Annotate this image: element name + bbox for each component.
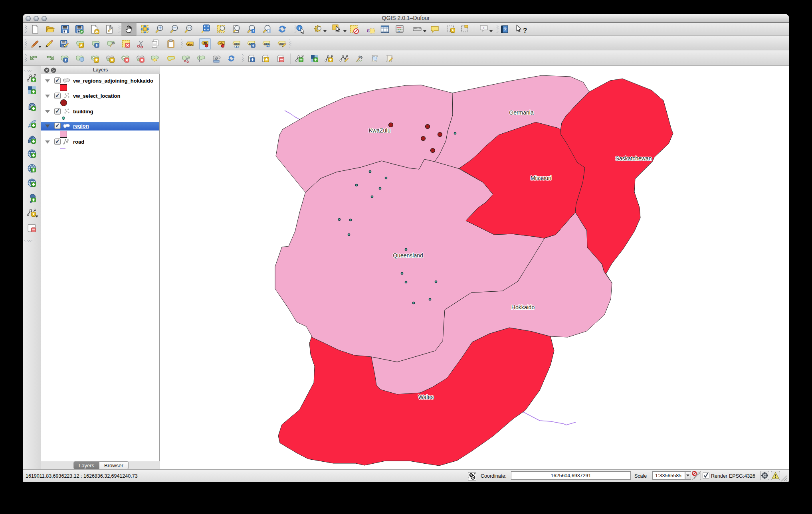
svg-text:Hokkaido: Hokkaido [511, 304, 535, 310]
svg-text:Saskatchewan: Saskatchewan [615, 155, 652, 162]
svg-text:Wales: Wales [418, 394, 434, 400]
svg-text:Missouri: Missouri [531, 175, 551, 181]
svg-text:Queensland: Queensland [393, 252, 423, 259]
svg-text:KwaZulu: KwaZulu [369, 127, 390, 134]
svg-text:Germania: Germania [509, 109, 534, 116]
